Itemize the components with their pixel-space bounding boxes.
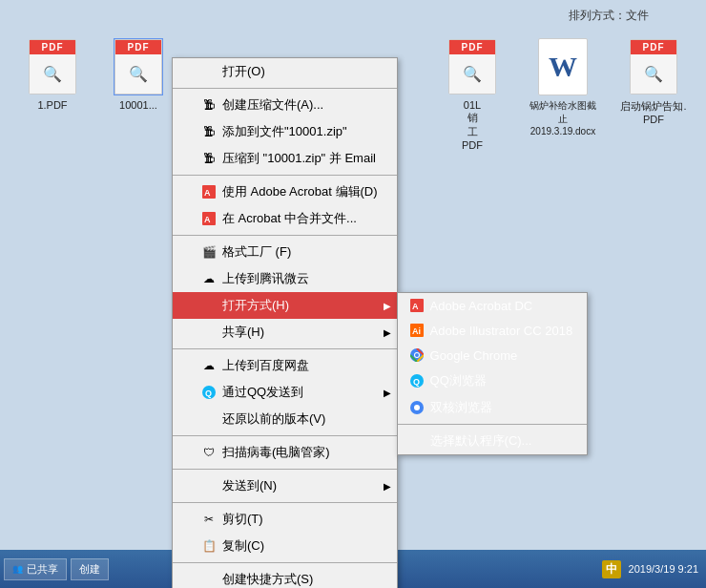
menu-scan-virus[interactable]: 🛡 扫描病毒(电脑管家) [173,439,397,466]
qq-browser-icon: Q [409,373,425,388]
menu-sep4 [173,348,397,349]
menu-share[interactable]: 共享(H) [173,319,397,346]
menu-sep3 [173,235,397,236]
word-icon: W [538,38,588,95]
menu-tencent-cloud[interactable]: ☁ 上传到腾讯微云 [173,265,397,292]
pdf-search-icon-3 [449,54,495,94]
shortcut-icon [201,572,217,587]
menu-copy[interactable]: 📋 复制(C) [173,533,397,559]
svg-text:A: A [412,302,419,311]
open-with-icon [201,298,217,313]
svg-text:Ai: Ai [412,326,421,336]
file-label-10001: 10001... [119,99,157,111]
submenu-dual-browser[interactable]: 双核浏览器 [398,394,587,421]
menu-qq-send[interactable]: Q 通过QQ发送到 [173,379,397,406]
file-icon-01l[interactable]: PDF 01L销工PDF [439,38,506,151]
open-icon [201,64,217,79]
menu-compress-email[interactable]: 🗜 压缩到 "10001.zip" 并 Email [173,145,397,172]
svg-text:Q: Q [413,377,420,387]
zip-icon-3: 🗜 [201,151,217,166]
svg-text:Q: Q [205,388,212,398]
taskbar-create[interactable]: 创建 [71,558,109,580]
submenu-sep [398,424,587,425]
open-with-submenu: A Adobe Acrobat DC Ai Adobe Illustrator … [397,292,588,455]
menu-create-shortcut[interactable]: 创建快捷方式(S) [173,566,397,588]
zip-icon-2: 🗜 [201,124,217,139]
desktop: 排列方式：文件 PDF 1.PDF PDF 10001... [0,0,706,588]
menu-format-factory[interactable]: 🎬 格式工厂 (F) [173,239,397,265]
chrome-icon [409,347,425,363]
pdf-banner-3: PDF [449,40,495,54]
pdf-search-icon [30,54,75,94]
pdf-search-icon-2 [115,54,161,94]
file-label-01l: 01L销工PDF [462,99,483,151]
acrobat-icon-1: A [201,184,217,200]
dual-browser-icon [409,400,425,415]
file-label-word: 锅炉补给水图截止2019.3.19.docx [530,99,596,136]
pdf-banner-2: PDF [115,40,161,54]
menu-sep8 [173,562,397,563]
file-label-boiler: 启动锅炉告知.PDF [620,99,686,125]
shield-icon: 🛡 [201,445,217,460]
menu-sep2 [173,175,397,176]
baidu-icon: ☁ [201,358,217,373]
menu-acrobat-merge[interactable]: A 在 Acrobat 中合并文件... [173,205,397,232]
file-icon-word[interactable]: W 锅炉补给水图截止2019.3.19.docx [525,38,601,151]
restore-icon [201,411,217,427]
acrobat-icon-2: A [201,211,217,226]
ime-indicator[interactable]: 中 [602,560,621,578]
illustrator-icon: Ai [409,323,425,338]
svg-text:A: A [204,215,211,224]
format-icon: 🎬 [201,244,217,260]
menu-sep6 [173,469,397,470]
menu-open-with[interactable]: 打开方式(H) A Adobe Acrobat DC Ai Adobe Illu… [173,292,397,319]
file-icon-1pdf[interactable]: PDF 1.PDF [19,38,86,111]
context-menu: 打开(O) 🗜 创建压缩文件(A)... 🗜 添加到文件"10001.zip" … [172,57,398,588]
menu-add-to-zip[interactable]: 🗜 添加到文件"10001.zip" [173,118,397,145]
copy-icon: 📋 [201,538,217,554]
file-label-1pdf: 1.PDF [37,99,67,111]
acrobat-dc-icon: A [409,298,425,313]
menu-acrobat-edit[interactable]: A 使用 Adobe Acrobat 编辑(D) [173,178,397,205]
tencent-cloud-icon: ☁ [201,271,217,286]
file-icon-10001[interactable]: PDF 10001... [105,38,172,111]
file-icons-left: PDF 1.PDF PDF 10001... [19,38,172,111]
menu-sep5 [173,435,397,436]
right-file-icons: PDF 01L销工PDF W 锅炉补给水图截止2019.3.19.docx PD… [439,38,687,151]
taskbar-share[interactable]: 👥 已共享 [4,558,67,580]
svg-point-14 [414,405,420,410]
choose-default-icon [409,433,425,449]
menu-open[interactable]: 打开(O) [173,58,397,85]
pdf-banner-4: PDF [631,40,676,54]
taskbar-right: 中 2019/3/19 9:21 [602,560,702,578]
menu-cut[interactable]: ✂ 剪切(T) [173,506,397,533]
menu-sep7 [173,502,397,503]
submenu-qq-browser[interactable]: Q QQ浏览器 [398,368,587,394]
svg-point-10 [415,353,419,357]
submenu-choose-default[interactable]: 选择默认程序(C)... [398,428,587,454]
menu-restore-version[interactable]: 还原以前的版本(V) [173,406,397,432]
submenu-illustrator[interactable]: Ai Adobe Illustrator CC 2018 [398,318,587,343]
submenu-chrome[interactable]: Google Chrome [398,343,587,368]
pdf-search-icon-4 [631,54,676,94]
sort-label: 排列方式：文件 [569,8,649,24]
share-badge-text: 已共享 [27,562,58,577]
create-label: 创建 [79,562,100,577]
qq-send-icon: Q [201,385,217,400]
send-to-icon [201,478,217,494]
menu-send-to[interactable]: 发送到(N) [173,472,397,499]
share-badge-icon: 👥 [12,564,23,574]
zip-icon-1: 🗜 [201,97,217,113]
menu-baidu-cloud[interactable]: ☁ 上传到百度网盘 [173,352,397,379]
share-icon [201,325,217,340]
menu-compress-new[interactable]: 🗜 创建压缩文件(A)... [173,92,397,118]
submenu-acrobat-dc[interactable]: A Adobe Acrobat DC [398,293,587,318]
svg-text:A: A [204,188,211,198]
pdf-banner: PDF [30,40,75,54]
file-icon-boiler[interactable]: PDF 启动锅炉告知.PDF [620,38,687,151]
cut-icon: ✂ [201,512,217,527]
menu-sep [173,88,397,89]
taskbar-datetime: 2019/3/19 9:21 [629,563,698,575]
